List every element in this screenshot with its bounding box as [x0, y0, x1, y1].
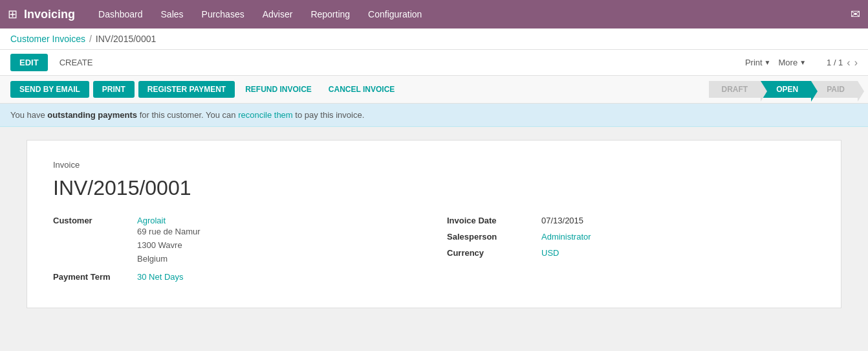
app-grid-icon[interactable]: ⊞ — [8, 7, 17, 21]
nav-user-icon[interactable]: ✉ — [851, 7, 860, 21]
payment-term-value[interactable]: 30 Net Days — [137, 272, 184, 282]
nav-sales[interactable]: Sales — [153, 4, 191, 25]
pagination: 1 / 1 ‹ › — [827, 57, 858, 69]
action-bar: EDIT CREATE Print ▼ More ▼ 1 / 1 ‹ › — [0, 50, 868, 76]
cancel-invoice-button[interactable]: CANCEL INVOICE — [322, 81, 401, 98]
breadcrumb-current: INV/2015/0001 — [96, 34, 156, 44]
invoice-right-section: Invoice Date 07/13/2015 Salesperson Admi… — [447, 216, 815, 288]
address-line1: 69 rue de Namur — [137, 225, 201, 239]
register-payment-button[interactable]: REGISTER PAYMENT — [138, 81, 235, 98]
print-dropdown-area: Print ▼ More ▼ 1 / 1 ‹ › — [745, 57, 858, 69]
more-label: More — [779, 58, 798, 67]
banner-prefix: You have — [10, 110, 47, 120]
currency-label: Currency — [447, 248, 531, 258]
invoice-date-label: Invoice Date — [447, 216, 531, 225]
breadcrumb: Customer Invoices / INV/2015/0001 — [0, 28, 868, 50]
outstanding-payments-banner: You have outstanding payments for this c… — [0, 104, 868, 127]
invoice-number: INV/2015/0001 — [53, 176, 815, 200]
nav-dashboard[interactable]: Dashboard — [91, 4, 151, 25]
invoice-date-field-row: Invoice Date 07/13/2015 — [447, 216, 815, 225]
banner-middle: for this customer. You can — [137, 110, 238, 120]
payment-term-field-row: Payment Term 30 Net Days — [53, 272, 421, 282]
currency-value[interactable]: USD — [541, 248, 559, 258]
nav-purchases[interactable]: Purchases — [194, 4, 252, 25]
salesperson-field-row: Salesperson Administrator — [447, 232, 815, 242]
app-title: Invoicing — [24, 8, 75, 21]
customer-name[interactable]: Agrolait — [137, 216, 201, 225]
send-by-email-button[interactable]: SEND BY EMAIL — [10, 81, 89, 98]
nav-configuration[interactable]: Configuration — [360, 4, 429, 25]
address-line3: Belgium — [137, 253, 201, 266]
create-button[interactable]: CREATE — [53, 54, 100, 71]
address-line2: 1300 Wavre — [137, 239, 201, 253]
invoice-left-section: Customer Agrolait 69 rue de Namur 1300 W… — [53, 216, 421, 288]
top-navigation: ⊞ Invoicing Dashboard Sales Purchases Ad… — [0, 0, 868, 28]
pagination-text: 1 / 1 — [827, 58, 843, 67]
banner-suffix: to pay this invoice. — [293, 110, 365, 120]
pagination-prev-button[interactable]: ‹ — [847, 57, 850, 69]
invoice-date-value: 07/13/2015 — [541, 216, 583, 225]
print-label: Print — [745, 58, 763, 67]
nav-reporting[interactable]: Reporting — [303, 4, 358, 25]
nav-adviser[interactable]: Adviser — [255, 4, 301, 25]
invoice-fields: Customer Agrolait 69 rue de Namur 1300 W… — [53, 216, 815, 288]
print-button[interactable]: PRINT — [93, 81, 135, 98]
print-dropdown-button[interactable]: Print ▼ — [745, 58, 771, 67]
more-caret-icon: ▼ — [799, 59, 806, 66]
action-buttons-bar: SEND BY EMAIL PRINT REGISTER PAYMENT REF… — [0, 76, 868, 104]
customer-address: 69 rue de Namur 1300 Wavre Belgium — [137, 225, 201, 266]
status-open: OPEN — [761, 81, 811, 98]
status-pipeline: DRAFT OPEN PAID — [709, 81, 858, 98]
invoice-document: Invoice INV/2015/0001 Customer Agrolait … — [27, 140, 841, 308]
customer-label: Customer — [53, 216, 137, 225]
status-paid: PAID — [811, 81, 858, 98]
banner-bold-text: outstanding payments — [47, 110, 137, 120]
nav-menu: Dashboard Sales Purchases Adviser Report… — [91, 4, 429, 25]
payment-term-label: Payment Term — [53, 272, 137, 282]
breadcrumb-separator: / — [89, 34, 92, 44]
invoice-doc-label: Invoice — [53, 160, 815, 170]
salesperson-value[interactable]: Administrator — [541, 232, 591, 242]
breadcrumb-parent[interactable]: Customer Invoices — [10, 34, 85, 44]
more-dropdown-button[interactable]: More ▼ — [779, 58, 807, 67]
refund-invoice-button[interactable]: REFUND INVOICE — [239, 81, 318, 98]
print-caret-icon: ▼ — [765, 59, 771, 66]
pagination-next-button[interactable]: › — [854, 57, 858, 69]
status-draft: DRAFT — [709, 81, 761, 98]
salesperson-label: Salesperson — [447, 232, 531, 242]
banner-reconcile-link[interactable]: reconcile them — [238, 110, 293, 120]
edit-button[interactable]: EDIT — [10, 54, 48, 71]
currency-field-row: Currency USD — [447, 248, 815, 258]
customer-field-row: Customer Agrolait 69 rue de Namur 1300 W… — [53, 216, 421, 266]
customer-value-block: Agrolait 69 rue de Namur 1300 Wavre Belg… — [137, 216, 201, 266]
